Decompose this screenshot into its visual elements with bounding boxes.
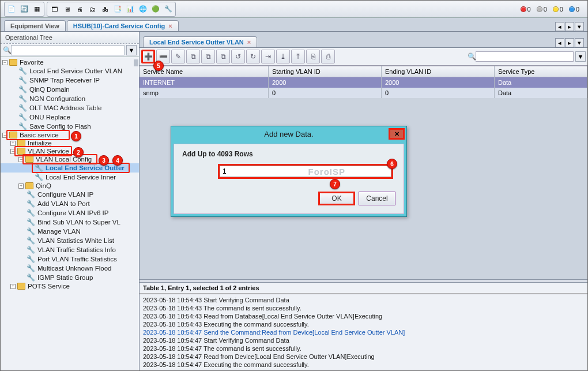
tab-local-end-outter-vlan[interactable]: Local End Service Outter VLAN× (143, 36, 257, 47)
expander-icon[interactable]: − (2, 60, 7, 65)
tree-item[interactable]: 🔧OLT MAC Address Table (1, 103, 139, 113)
search-icon: 🔍 (468, 53, 476, 61)
tb-btn-7[interactable]: 🗂 (86, 3, 98, 15)
tree-item[interactable]: +QinQ (1, 182, 139, 190)
rtab-nav-next[interactable]: ▸ (565, 38, 574, 47)
expander-icon[interactable]: + (10, 141, 16, 146)
tree-item[interactable]: −Favorite (1, 58, 139, 66)
expander-icon[interactable]: + (10, 284, 16, 289)
tb-btn-10[interactable]: 📊 (125, 3, 136, 15)
tb-btn-4[interactable]: 🗔 (48, 3, 60, 15)
close-icon[interactable]: × (247, 39, 251, 46)
tb-btn-3[interactable]: ▦ (31, 3, 43, 15)
tree-item[interactable]: 🔧Bind Sub VLAN to Super VL (1, 218, 139, 227)
rtb-btn-4[interactable]: ⧉ (186, 50, 200, 63)
tb-btn-6[interactable]: 🖨 (74, 3, 85, 15)
tb-btn-8[interactable]: 🖧 (99, 3, 111, 15)
tree-item[interactable]: 🔧SNMP Trap Receiver IP (1, 76, 139, 85)
tree-item[interactable]: −Basic service1 (1, 131, 139, 139)
tree-item[interactable]: −VLAN Local Config34 (1, 155, 139, 163)
tree-label: VLAN Statistics White List (37, 237, 114, 244)
tb-btn-5[interactable]: 🖥 (61, 3, 73, 15)
tb-btn-13[interactable]: 🔧 (163, 3, 174, 15)
dialog-close-button[interactable]: ✕ (389, 128, 405, 140)
rtb-btn-7[interactable]: ↺ (231, 50, 245, 63)
highlight-basic-service (6, 130, 70, 140)
ok-button[interactable]: OK (318, 192, 355, 205)
wrench-icon: 🔧 (18, 122, 27, 130)
tree-label: QinQ (36, 182, 51, 189)
cell-end: 2000 (382, 77, 495, 88)
tree-item[interactable]: 🔧Add VLAN to Port (1, 199, 139, 208)
add-row-button[interactable]: ➕ (141, 50, 155, 63)
tree-label: Add VLAN to Port (37, 200, 90, 207)
tab-equipment-view[interactable]: Equipment View (4, 20, 66, 31)
tb-btn-12[interactable]: 🟢 (150, 3, 161, 15)
tree-search-input[interactable] (11, 45, 125, 55)
rtb-btn-13[interactable]: ⎙ (321, 50, 335, 63)
cell-start: 2000 (269, 77, 382, 88)
tree-label: Manage VLAN (37, 228, 81, 235)
tree[interactable]: −Favorite🔧Local End Service Outter VLAN🔧… (1, 57, 139, 370)
tb-btn-1[interactable]: 📄 (6, 3, 17, 15)
tree-item[interactable]: 🔧NGN Configuration (1, 94, 139, 103)
col-ending-vlan[interactable]: Ending VLAN ID (382, 66, 495, 77)
search-dropdown[interactable]: ▼ (126, 45, 137, 55)
tree-item[interactable]: 🔧Configure VLAN IP (1, 190, 139, 199)
tab-nav-prev[interactable]: ◂ (555, 22, 564, 31)
rtb-btn-6[interactable]: ⧉ (216, 50, 230, 63)
tree-item[interactable]: 🔧Multicast Unknown Flood (1, 264, 139, 273)
cancel-button[interactable]: Cancel (359, 192, 395, 205)
tree-item[interactable]: 🔧Configure VLAN IPv6 IP (1, 208, 139, 218)
table-row[interactable]: snmp 0 0 Data (140, 88, 587, 98)
tb-btn-11[interactable]: 🌐 (137, 3, 149, 15)
tab-nav-menu[interactable]: ▾ (575, 22, 584, 31)
rtb-btn-9[interactable]: ⇥ (261, 50, 275, 63)
rtb-btn-10[interactable]: ⤓ (276, 50, 290, 63)
right-pane: Local End Service Outter VLAN× ◂ ▸ ▾ ➕ 5… (140, 32, 587, 370)
log-panel[interactable]: 2023-05-18 10:54:43 Start Verifying Comm… (140, 294, 587, 370)
expander-icon[interactable]: + (18, 183, 24, 189)
tb-btn-2[interactable]: 🔄 (18, 3, 30, 15)
tree-item[interactable]: 🔧Port VLAN Traffic Statistics (1, 254, 139, 264)
col-service-type[interactable]: Service Type (495, 66, 587, 77)
rows-count-input[interactable] (220, 166, 391, 177)
tree-item[interactable]: 🔧Manage VLAN (1, 227, 139, 236)
log-line: 2023-05-18 10:54:43 Read from Database[L… (143, 312, 584, 320)
rtb-btn-12[interactable]: ⎘ (306, 50, 320, 63)
log-line: 2023-05-18 10:54:43 The command is sent … (143, 304, 584, 312)
tab-card-service-config[interactable]: HSUB[10]-Card Service Config× (67, 20, 179, 31)
table-row[interactable]: INTERNET 2000 2000 Data (140, 77, 587, 88)
tree-item[interactable]: 🔧QinQ Domain (1, 85, 139, 94)
cell-name: snmp (140, 88, 269, 98)
wrench-icon: 🔧 (18, 113, 27, 121)
tree-item[interactable]: 🔧VLAN Statistics White List (1, 236, 139, 245)
close-icon[interactable]: × (168, 23, 172, 29)
tree-label: Configure VLAN IP (37, 191, 93, 198)
status-gray-count: 0 (544, 6, 547, 13)
grid-search-input[interactable] (476, 51, 574, 62)
tb-btn-9[interactable]: 📑 (112, 3, 123, 15)
tree-item[interactable]: 🔧Local End Service Outter VLAN (1, 66, 139, 76)
tab-nav-next[interactable]: ▸ (565, 22, 574, 31)
right-tabbar: Local End Service Outter VLAN× ◂ ▸ ▾ (140, 34, 587, 48)
wrench-icon: 🔧 (27, 200, 35, 208)
tree-item[interactable]: 🔧IGMP Static Group (1, 273, 139, 282)
tree-item[interactable]: 🔧Local End Service Inner (1, 173, 139, 182)
wrench-icon: 🔧 (27, 273, 35, 282)
tree-item[interactable]: 🔧ONU Replace (1, 113, 139, 122)
rtb-btn-3[interactable]: ✎ (171, 50, 185, 63)
wrench-icon: 🔧 (27, 264, 35, 272)
col-starting-vlan[interactable]: Starting VLAN ID (269, 66, 382, 77)
tree-label: Bind Sub VLAN to Super VL (37, 219, 120, 226)
scroll-handle-top[interactable] (134, 59, 138, 66)
grid-search-dropdown[interactable]: ▼ (575, 51, 586, 62)
rtb-btn-8[interactable]: ↻ (246, 50, 260, 63)
rtb-btn-5[interactable]: ⧉ (201, 50, 215, 63)
status-blue-icon (569, 6, 575, 12)
tree-item[interactable]: 🔧VLAN Traffic Statistics Info (1, 245, 139, 254)
rtb-btn-11[interactable]: ⤒ (291, 50, 305, 63)
rtab-nav-prev[interactable]: ◂ (555, 38, 564, 47)
tree-item[interactable]: +POTS Service (1, 282, 139, 290)
rtab-nav-menu[interactable]: ▾ (575, 38, 584, 47)
